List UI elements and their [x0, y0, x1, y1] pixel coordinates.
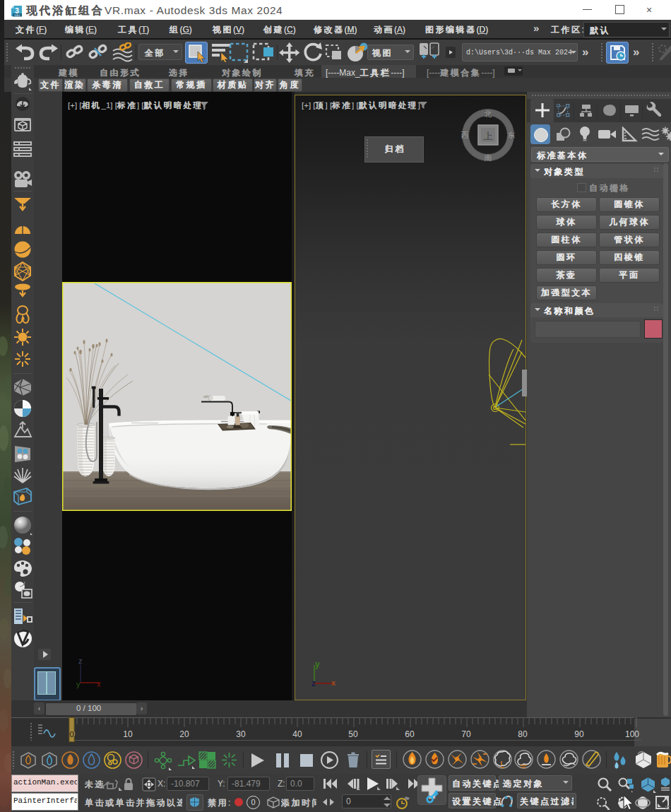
svg-text:y: y — [76, 680, 81, 688]
svg-text:40: 40 — [292, 729, 302, 739]
svg-text:20: 20 — [179, 729, 189, 739]
svg-text:x: x — [331, 678, 336, 687]
svg-text:10: 10 — [123, 729, 133, 739]
svg-text:MAX: MAX — [14, 13, 20, 17]
svg-text:70: 70 — [461, 729, 471, 739]
svg-text:南: 南 — [485, 153, 492, 162]
svg-text:西: 西 — [461, 131, 469, 139]
svg-text:北: 北 — [484, 110, 492, 118]
svg-text:100: 100 — [625, 729, 639, 739]
svg-text:30: 30 — [236, 729, 246, 739]
svg-text:y: y — [315, 659, 320, 669]
svg-text:上: 上 — [484, 131, 493, 141]
svg-text:东: 东 — [508, 131, 516, 139]
svg-text:z: z — [311, 678, 316, 688]
svg-text:60: 60 — [405, 729, 415, 739]
svg-text:50: 50 — [348, 729, 358, 739]
svg-text:0: 0 — [69, 730, 73, 739]
svg-text:z: z — [78, 657, 83, 665]
svg-text:90: 90 — [574, 729, 584, 739]
svg-text:x: x — [97, 680, 101, 688]
svg-text:80: 80 — [518, 729, 528, 739]
